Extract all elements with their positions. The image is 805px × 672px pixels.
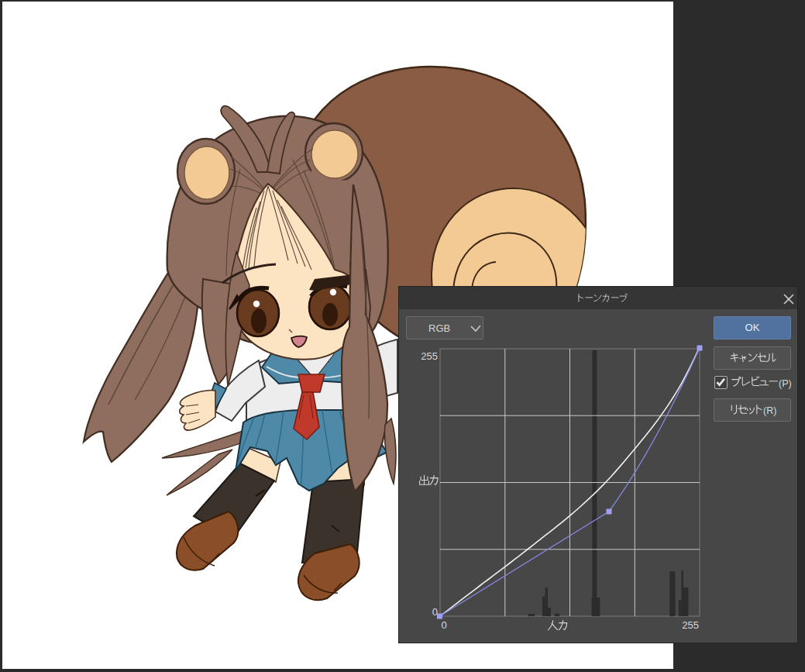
svg-text:(R): (R) (763, 405, 776, 416)
svg-text:255: 255 (682, 619, 699, 631)
svg-text:255: 255 (421, 350, 438, 362)
svg-text:(P): (P) (779, 378, 792, 389)
svg-text:0: 0 (441, 619, 446, 631)
svg-text:0: 0 (432, 606, 438, 618)
